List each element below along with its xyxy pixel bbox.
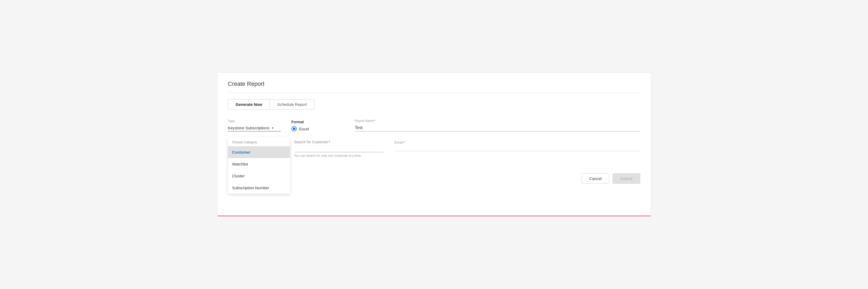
report-name-field-group: Report Name* [355,119,640,132]
required-indicator: * [374,119,376,123]
type-dropdown-trigger[interactable]: Keystone Subscriptions ▾ [228,124,281,132]
form-row-1: Type Keystone Subscriptions ▾ Format Exc… [228,119,640,132]
search-hint: You can search for only one Customer at … [294,154,384,157]
format-excel-option[interactable]: Excel [291,126,344,132]
type-field-group: Type Keystone Subscriptions ▾ [228,119,281,132]
tabs-container: Generate Now Schedule Report [228,99,315,110]
radio-inner [293,128,296,130]
email-required-indicator: * [404,140,405,144]
tab-generate-now[interactable]: Generate Now [228,100,270,109]
format-field-group: Format Excel [291,120,344,132]
email-field-group: Email* [395,140,640,151]
email-label: Email* [395,140,405,144]
search-field-group: Search for Customer* You can search for … [294,140,384,157]
format-label: Format [291,120,344,124]
search-required-indicator: * [329,140,330,144]
dropdown-header: Choose Category: [228,137,290,146]
search-customer-input[interactable] [294,146,384,152]
chevron-down-icon: ▾ [272,126,274,130]
form-row-2: Choose Category: Customer Watchlist Clus… [228,140,640,157]
cancel-button[interactable]: Cancel [582,173,609,184]
search-label: Search for Customer* [294,140,384,144]
page-title: Create Report [228,80,640,87]
report-name-input[interactable] [355,124,640,132]
dropdown-item-customer[interactable]: Customer [228,146,290,158]
search-input-wrapper: Search for Customer* You can search for … [294,140,384,157]
bottom-accent-bar [217,215,651,216]
divider [228,93,640,93]
type-value: Keystone Subscriptions [228,125,270,130]
email-input[interactable] [395,145,640,151]
format-excel-label: Excel [299,127,309,131]
dropdown-item-watchlist[interactable]: Watchlist [228,158,290,170]
report-name-label: Report Name* [355,119,640,123]
radio-selected-icon [291,126,297,132]
dropdown-item-subscription-number[interactable]: Subscription Number [228,182,290,194]
type-label: Type [228,119,281,123]
tab-schedule-report[interactable]: Schedule Report [270,100,314,109]
submit-button[interactable]: Submit [613,173,640,184]
category-dropdown: Choose Category: Customer Watchlist Clus… [228,137,290,194]
create-report-panel: Create Report Generate Now Schedule Repo… [217,72,651,217]
dropdown-item-cluster[interactable]: Cluster [228,170,290,182]
